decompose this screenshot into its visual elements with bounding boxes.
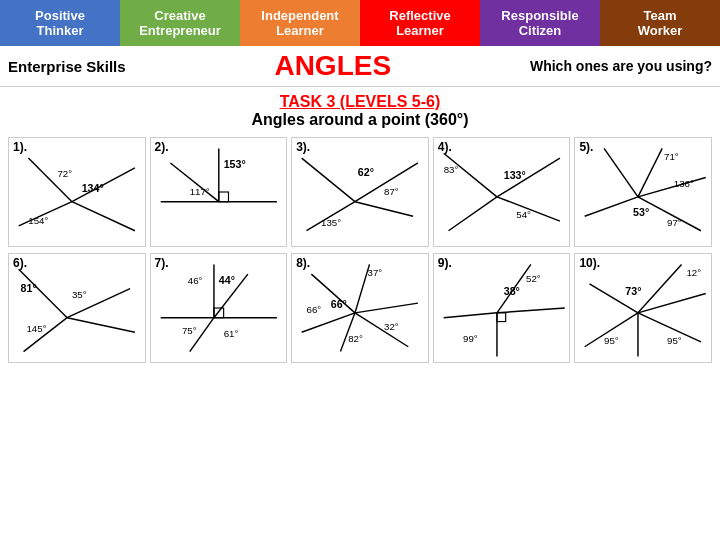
svg-line-74 (638, 293, 706, 312)
svg-text:66°: 66° (331, 298, 347, 310)
svg-text:83°: 83° (443, 164, 458, 175)
angle-diagram-8: 37° 66° 32° 82° 66° (292, 254, 428, 362)
svg-text:145°: 145° (26, 323, 46, 334)
svg-text:73°: 73° (626, 285, 642, 297)
svg-line-29 (638, 177, 706, 196)
svg-text:135°: 135° (321, 217, 341, 228)
top-nav: Positive Thinker Creative Entrepreneur I… (0, 0, 720, 46)
svg-line-16 (355, 202, 413, 217)
svg-line-21 (443, 153, 496, 197)
nav-independent-learner[interactable]: Independent Learner (240, 0, 360, 46)
svg-text:38°: 38° (504, 285, 520, 297)
angle-diagram-3: 62° 87° 135° (292, 138, 428, 246)
nav-responsible-citizen[interactable]: Responsible Citizen (480, 0, 600, 46)
angle-cell-3: 3). 62° 87° 135° (291, 137, 429, 247)
svg-line-66 (497, 308, 565, 313)
svg-line-32 (604, 148, 638, 196)
svg-rect-11 (218, 192, 228, 202)
svg-rect-69 (497, 313, 506, 322)
angle-diagram-2: 153° 117° (151, 138, 287, 246)
angle-cell-4: 4). 83° 133° 54° (433, 137, 571, 247)
angle-cell-9: 9). 52° 38° 99° (433, 253, 571, 363)
svg-text:61°: 61° (223, 328, 238, 339)
svg-line-39 (67, 318, 135, 333)
angle-diagram-6: 81° 35° 145° (9, 254, 145, 362)
angles-title: ANGLES (136, 50, 530, 82)
svg-text:95°: 95° (604, 335, 619, 346)
svg-text:72°: 72° (57, 168, 72, 179)
svg-line-55 (355, 303, 418, 313)
svg-text:75°: 75° (182, 325, 197, 336)
angle-cell-8: 8). 37° 66° 32° 82° 66° (291, 253, 429, 363)
svg-text:134°: 134° (82, 182, 104, 194)
svg-text:95°: 95° (667, 335, 682, 346)
angle-diagram-1: 72° 134° 154° (9, 138, 145, 246)
svg-text:46°: 46° (187, 275, 202, 286)
nav-team-worker[interactable]: Team Worker (600, 0, 720, 46)
angle-diagram-4: 83° 133° 54° (434, 138, 570, 246)
svg-line-14 (302, 158, 355, 202)
angle-diagram-5: 71° 136° 97° 53° (575, 138, 711, 246)
svg-line-68 (443, 313, 496, 318)
svg-text:136°: 136° (674, 178, 694, 189)
svg-line-28 (638, 148, 662, 196)
svg-text:81°: 81° (21, 282, 37, 294)
svg-line-0 (28, 158, 72, 202)
svg-text:62°: 62° (358, 166, 374, 178)
svg-text:12°: 12° (687, 267, 702, 278)
svg-text:87°: 87° (384, 186, 399, 197)
angle-diagram-7: 44° 46° 75° 61° (151, 254, 287, 362)
svg-text:154°: 154° (28, 215, 48, 226)
angle-cell-2: 2). 153° 117° (150, 137, 288, 247)
nav-creative-entrepreneur[interactable]: Creative Entrepreneur (120, 0, 240, 46)
angles-grid: 1). 72° 134° 154° 2). 153° 117° 3). (0, 137, 720, 363)
angle-diagram-10: 12° 73° 95° 95° (575, 254, 711, 362)
svg-line-31 (585, 197, 638, 216)
svg-line-3 (72, 202, 135, 231)
svg-text:97°: 97° (667, 217, 682, 228)
svg-text:32°: 32° (384, 321, 399, 332)
task-subtitle: Angles around a point (360°) (0, 111, 720, 129)
enterprise-skills-label: Enterprise Skills (8, 58, 126, 75)
angle-cell-5: 5). 71° 136° 97° 53° (574, 137, 712, 247)
svg-text:35°: 35° (72, 289, 87, 300)
nav-reflective-learner[interactable]: Reflective Learner (360, 0, 480, 46)
which-ones-label: Which ones are you using? (530, 58, 712, 74)
svg-line-24 (448, 197, 496, 231)
svg-text:153°: 153° (223, 158, 245, 170)
angle-cell-10: 10). 12° 73° 95° 95° (574, 253, 712, 363)
svg-text:37°: 37° (368, 267, 383, 278)
svg-text:133°: 133° (504, 169, 526, 181)
svg-text:52°: 52° (526, 273, 541, 284)
svg-text:99°: 99° (463, 333, 478, 344)
header-row: Enterprise Skills ANGLES Which ones are … (0, 46, 720, 87)
angle-diagram-9: 52° 38° 99° (434, 254, 570, 362)
svg-text:66°: 66° (307, 304, 322, 315)
nav-positive-thinker[interactable]: Positive Thinker (0, 0, 120, 46)
svg-text:53°: 53° (634, 206, 650, 218)
angle-cell-1: 1). 72° 134° 154° (8, 137, 146, 247)
angle-cell-6: 6). 81° 35° 145° (8, 253, 146, 363)
angle-cell-7: 7). 44° 46° 75° 61° (150, 253, 288, 363)
svg-line-56 (355, 313, 408, 347)
svg-text:71°: 71° (665, 151, 680, 162)
svg-text:82°: 82° (348, 333, 363, 344)
svg-text:117°: 117° (189, 186, 209, 197)
svg-line-58 (302, 313, 355, 332)
svg-line-73 (638, 264, 682, 312)
task-level: TASK 3 (LEVELS 5-6) (0, 93, 720, 111)
svg-text:54°: 54° (516, 209, 531, 220)
svg-text:44°: 44° (218, 274, 234, 286)
